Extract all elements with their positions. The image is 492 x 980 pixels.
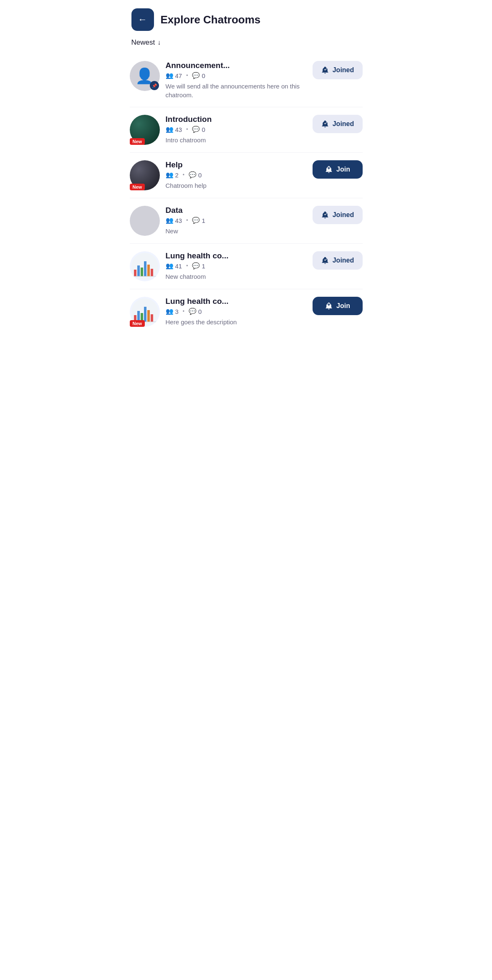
chatroom-info: Announcement... 👥 47 • 💬 0 We will send … bbox=[166, 61, 307, 99]
chatroom-description: We will send all the announcements here … bbox=[166, 82, 307, 99]
members-icon: 👥 bbox=[166, 126, 174, 133]
messages-icon: 💬 bbox=[192, 126, 200, 133]
members-stat: 👥 41 bbox=[166, 262, 182, 270]
members-stat: 👥 43 bbox=[166, 217, 182, 224]
members-stat: 👥 43 bbox=[166, 126, 182, 133]
messages-count: 1 bbox=[202, 217, 205, 224]
messages-stat: 💬 1 bbox=[192, 217, 205, 224]
avatar-container: New bbox=[130, 115, 160, 145]
members-icon: 👥 bbox=[166, 171, 174, 179]
bell-check-icon bbox=[321, 211, 329, 219]
members-stat: 👥 2 bbox=[166, 171, 179, 179]
joined-button[interactable]: Joined bbox=[313, 61, 363, 79]
joined-button[interactable]: Joined bbox=[313, 206, 363, 224]
chatroom-description: Chatroom help bbox=[166, 181, 307, 190]
members-count: 2 bbox=[175, 172, 179, 179]
chatroom-description: New chatroom bbox=[166, 272, 307, 281]
messages-count: 0 bbox=[198, 172, 202, 179]
back-button[interactable]: ← bbox=[131, 8, 154, 31]
avatar-container: New bbox=[130, 297, 160, 327]
chatroom-name: Help bbox=[166, 160, 307, 169]
join-label: Join bbox=[336, 302, 350, 310]
chatroom-info: Data 👥 43 • 💬 1 New bbox=[166, 206, 307, 235]
avatar-container bbox=[130, 251, 160, 281]
chatroom-stats: 👥 41 • 💬 1 bbox=[166, 262, 307, 270]
sort-down-icon: ↓ bbox=[157, 39, 161, 46]
svg-rect-2 bbox=[137, 265, 140, 276]
join-label: Join bbox=[336, 166, 350, 173]
list-item[interactable]: 👤📌Announcement... 👥 47 • 💬 0 We will sen… bbox=[130, 53, 363, 107]
sort-bar[interactable]: Newest ↓ bbox=[123, 35, 369, 53]
members-count: 3 bbox=[175, 308, 179, 315]
join-button[interactable]: Join bbox=[313, 160, 363, 179]
members-icon: 👥 bbox=[166, 308, 174, 315]
header: ← Explore Chatrooms bbox=[123, 0, 369, 35]
bullet-separator: • bbox=[186, 126, 188, 132]
chatroom-name: Lung health co... bbox=[166, 297, 307, 306]
joined-button[interactable]: Joined bbox=[313, 115, 363, 133]
list-item[interactable]: NewHelp 👥 2 • 💬 0 Chatroom help Join bbox=[130, 153, 363, 198]
avatar bbox=[130, 206, 160, 236]
bell-check-icon bbox=[321, 66, 329, 74]
list-item[interactable]: NewLung health co... 👥 3 • 💬 0 Here goes… bbox=[130, 289, 363, 334]
avatar-container: New bbox=[130, 160, 160, 190]
chatroom-info: Lung health co... 👥 3 • 💬 0 Here goes th… bbox=[166, 297, 307, 326]
messages-count: 0 bbox=[202, 126, 205, 133]
svg-rect-13 bbox=[147, 310, 150, 322]
join-label: Joined bbox=[333, 211, 354, 219]
new-badge: New bbox=[130, 184, 145, 190]
join-label: Joined bbox=[333, 120, 354, 128]
bullet-separator: • bbox=[186, 217, 188, 223]
new-badge: New bbox=[130, 320, 145, 327]
members-stat: 👥 47 bbox=[166, 72, 182, 79]
chatroom-name: Announcement... bbox=[166, 61, 307, 70]
chatroom-info: Lung health co... 👥 41 • 💬 1 New chatroo… bbox=[166, 251, 307, 281]
members-count: 43 bbox=[175, 217, 182, 224]
messages-stat: 💬 0 bbox=[189, 308, 202, 315]
chatroom-stats: 👥 47 • 💬 0 bbox=[166, 72, 307, 79]
back-arrow-icon: ← bbox=[138, 14, 147, 25]
messages-stat: 💬 0 bbox=[192, 126, 205, 133]
chatroom-info: Help 👥 2 • 💬 0 Chatroom help bbox=[166, 160, 307, 190]
bell-check-icon bbox=[321, 120, 329, 128]
svg-rect-6 bbox=[151, 269, 153, 276]
chatroom-name: Data bbox=[166, 206, 307, 215]
members-count: 47 bbox=[175, 72, 182, 79]
sort-label: Newest bbox=[131, 38, 155, 47]
list-item[interactable]: NewIntroduction 👥 43 • 💬 0 Intro chatroo… bbox=[130, 107, 363, 153]
members-count: 41 bbox=[175, 263, 182, 270]
chatroom-name: Introduction bbox=[166, 115, 307, 124]
chatroom-list: 👤📌Announcement... 👥 47 • 💬 0 We will sen… bbox=[123, 53, 369, 334]
chatroom-stats: 👥 43 • 💬 0 bbox=[166, 126, 307, 133]
svg-rect-3 bbox=[141, 268, 143, 276]
svg-rect-12 bbox=[144, 307, 146, 322]
join-button[interactable]: Join bbox=[313, 297, 363, 315]
svg-rect-4 bbox=[144, 261, 146, 276]
messages-count: 1 bbox=[202, 263, 205, 270]
bell-plus-icon bbox=[325, 165, 333, 174]
chatroom-description: New bbox=[166, 227, 307, 235]
avatar-container: 👤📌 bbox=[130, 61, 160, 91]
joined-button[interactable]: Joined bbox=[313, 251, 363, 270]
messages-count: 0 bbox=[202, 72, 205, 79]
new-badge: New bbox=[130, 138, 145, 145]
bullet-separator: • bbox=[183, 172, 184, 178]
bell-check-icon bbox=[321, 256, 329, 265]
list-item[interactable]: Data 👥 43 • 💬 1 New Joined bbox=[130, 198, 363, 244]
chatroom-stats: 👥 2 • 💬 0 bbox=[166, 171, 307, 179]
chart-svg bbox=[131, 253, 158, 280]
messages-icon: 💬 bbox=[189, 171, 197, 179]
members-icon: 👥 bbox=[166, 262, 174, 270]
avatar-chart bbox=[130, 251, 160, 281]
list-item[interactable]: Lung health co... 👥 41 • 💬 1 New chatroo… bbox=[130, 244, 363, 289]
join-label: Joined bbox=[333, 257, 354, 264]
bullet-separator: • bbox=[183, 308, 184, 314]
messages-icon: 💬 bbox=[192, 262, 200, 270]
chatroom-name: Lung health co... bbox=[166, 251, 307, 260]
pin-badge: 📌 bbox=[150, 81, 159, 90]
svg-rect-5 bbox=[147, 265, 150, 276]
messages-icon: 💬 bbox=[192, 217, 200, 224]
chatroom-description: Here goes the description bbox=[166, 318, 307, 326]
chatroom-stats: 👥 43 • 💬 1 bbox=[166, 217, 307, 224]
messages-count: 0 bbox=[198, 308, 202, 315]
